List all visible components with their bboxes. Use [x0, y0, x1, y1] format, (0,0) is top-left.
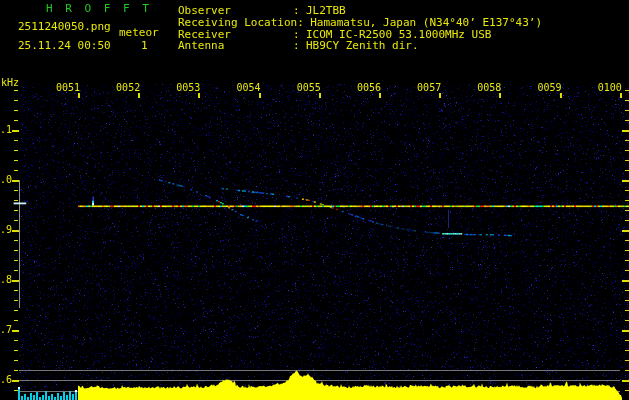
x-tick-label: 0058 — [467, 83, 501, 93]
y-tick-label: 0.8 — [0, 275, 12, 285]
mode-label: meteor — [119, 27, 159, 38]
x-tick-label: 0059 — [528, 83, 562, 93]
x-tick-label: 0051 — [46, 83, 80, 93]
station-info: Observer:JL2TBB Receiving Location:Hamam… — [178, 5, 542, 52]
info-value: Hamamatsu, Japan (N34°40’ E137°43’) — [310, 17, 542, 29]
y-tick-label: 0.7 — [0, 325, 12, 335]
y-tick-label: 1.1 — [0, 125, 12, 135]
y-tick-label: 1.0 — [0, 175, 12, 185]
output-filename: 2511240050.png — [18, 21, 111, 32]
x-tick-label: 0055 — [287, 83, 321, 93]
x-tick-label: 0053 — [166, 83, 200, 93]
info-colon: : — [297, 17, 310, 29]
x-tick-label: 0100 — [588, 83, 622, 93]
hrofft-window: H R O F F T 2511240050.png meteor 25.11.… — [0, 0, 629, 400]
x-tick-label: 0056 — [347, 83, 381, 93]
x-tick-label: 0054 — [227, 83, 261, 93]
y-tick-label: 0.9 — [0, 225, 12, 235]
info-row-location: Receiving Location:Hamamatsu, Japan (N34… — [178, 17, 542, 29]
info-label: Receiving Location — [178, 17, 297, 29]
y-axis-unit-label: kHz — [1, 78, 19, 88]
event-counter: 1 — [141, 40, 148, 51]
info-row-antenna: Antenna:HB9CY Zenith dir. — [178, 40, 542, 52]
info-value: HB9CY Zenith dir. — [306, 40, 419, 52]
x-tick-label: 0057 — [407, 83, 441, 93]
timestamp: 25.11.24 00:50 — [18, 40, 111, 51]
y-tick-label: 0.6 — [0, 375, 12, 385]
info-colon: : — [293, 40, 306, 52]
app-title: H R O F F T — [46, 3, 152, 14]
info-label: Antenna — [178, 40, 293, 52]
x-tick-label: 0052 — [106, 83, 140, 93]
spectrogram-canvas — [0, 0, 629, 400]
